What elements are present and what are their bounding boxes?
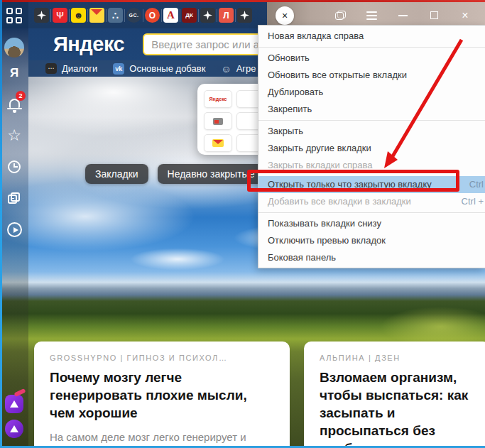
clock-icon bbox=[8, 160, 21, 173]
menu-separator bbox=[258, 212, 485, 213]
ring-tab-icon[interactable]: O bbox=[145, 8, 160, 23]
left-sidebar: Я 2 ☆ bbox=[0, 28, 28, 448]
hamburger-icon bbox=[366, 11, 377, 20]
card-source: АЛЬПИНА | ДЗЕН bbox=[320, 354, 474, 362]
bookmark-label: Диалоги bbox=[62, 63, 97, 74]
menu-separator bbox=[258, 120, 485, 121]
history-button[interactable] bbox=[0, 151, 28, 182]
sparkle-tab-icon[interactable] bbox=[34, 8, 49, 23]
menu-separator bbox=[258, 47, 485, 48]
pinned-tab-strip: Ψ ☻ ∴ GC. O A ДК Л bbox=[28, 2, 267, 28]
tab-overview-button[interactable] bbox=[325, 5, 356, 26]
menu-item-disable-previews[interactable]: Отключить превью вкладок bbox=[258, 232, 485, 249]
gc-tab-icon[interactable]: GC. bbox=[126, 8, 141, 23]
card-source: GROSSHYPNO | ГИПНОЗ И ПСИХОЛ… bbox=[50, 354, 274, 362]
alice-assistant-button[interactable] bbox=[5, 395, 23, 413]
monkey-tab-icon[interactable]: ☻ bbox=[71, 8, 86, 23]
letter-l-tab-icon[interactable]: Л bbox=[219, 8, 234, 23]
zen-card-1[interactable]: GROSSHYPNO | ГИПНОЗ И ПСИХОЛ… Почему моз… bbox=[34, 342, 290, 448]
menu-shortcut: Ctrl bbox=[469, 176, 485, 193]
dk-tab-icon[interactable]: ДК bbox=[182, 8, 197, 23]
browser-icon bbox=[213, 118, 223, 125]
sparkle-tab-icon-3[interactable] bbox=[237, 8, 252, 23]
mask-icon: ☺ bbox=[221, 64, 231, 74]
preview-tile-mail bbox=[204, 134, 232, 152]
menu-item-tabs-bottom[interactable]: Показывать вкладки снизу bbox=[258, 215, 485, 232]
play-icon bbox=[7, 222, 22, 237]
favorites-button[interactable]: ☆ bbox=[0, 120, 28, 151]
yandex-logo: Яндекс bbox=[53, 33, 124, 56]
vk-icon: vk bbox=[113, 63, 124, 75]
preview-tile-browser bbox=[204, 112, 232, 130]
tab-context-menu: Новая вкладка справа Обновить Обновить в… bbox=[258, 25, 485, 268]
video-button[interactable] bbox=[0, 214, 28, 245]
annotation-highlight-box bbox=[247, 170, 459, 192]
tab-groups-button[interactable] bbox=[0, 2, 28, 28]
menu-item-refresh[interactable]: Обновить bbox=[258, 50, 485, 67]
bookmark-label: Основные добавк bbox=[129, 63, 205, 74]
star-icon: ☆ bbox=[7, 128, 21, 143]
menu-shortcut: Ctrl + bbox=[462, 193, 485, 210]
menu-item-close-others[interactable]: Закрыть другие вкладки bbox=[258, 140, 485, 157]
browser-window: Ψ ☻ ∴ GC. O A ДК Л × × Яндекс bbox=[0, 0, 485, 448]
card-title: Взломаем организм, чтобы выспаться: как … bbox=[320, 368, 474, 448]
bookmark-dialogs[interactable]: ⋯ Диалоги bbox=[45, 63, 97, 74]
mail-tab-icon[interactable] bbox=[89, 8, 104, 23]
menu-item-bookmark-all-tabs: Добавить все вкладки в закладки Ctrl + bbox=[258, 193, 485, 210]
window-left-border bbox=[0, 0, 2, 448]
bookmarks-overlay-button[interactable]: Закладки bbox=[85, 164, 148, 184]
hand-tab-icon[interactable]: Ψ bbox=[53, 8, 67, 23]
menu-item-refresh-all[interactable]: Обновить все открытые вкладки bbox=[258, 67, 485, 84]
minimize-icon bbox=[398, 15, 408, 16]
menu-item-duplicate[interactable]: Дублировать bbox=[258, 84, 485, 101]
window-controls: × bbox=[325, 5, 485, 26]
alice-voice-button[interactable] bbox=[5, 420, 23, 438]
zen-card-2[interactable]: АЛЬПИНА | ДЗЕН Взломаем организм, чтобы … bbox=[304, 342, 485, 448]
menu-item-label: Добавить все вкладки в закладки bbox=[268, 193, 411, 210]
bookmark-vk[interactable]: vk Основные добавк bbox=[113, 63, 205, 75]
notes-button[interactable] bbox=[0, 182, 28, 214]
menu-item-pin[interactable]: Закрепить bbox=[258, 101, 485, 118]
close-tab-button[interactable]: × bbox=[276, 6, 294, 25]
pages-icon bbox=[335, 11, 346, 20]
chat-bubble-icon: ⋯ bbox=[45, 63, 57, 74]
alice-icon bbox=[10, 425, 18, 432]
minimize-button[interactable] bbox=[387, 5, 418, 26]
card-title: Почему мозгу легче генерировать плохие м… bbox=[50, 368, 274, 422]
grid-icon bbox=[6, 8, 22, 23]
menu-button[interactable] bbox=[356, 5, 387, 26]
window-top-border bbox=[0, 0, 485, 2]
notifications-button[interactable]: 2 bbox=[0, 89, 28, 120]
maximize-icon bbox=[430, 11, 438, 19]
menu-item-close[interactable]: Закрыть bbox=[258, 123, 485, 140]
preview-tile-yandex: Яндекс bbox=[204, 90, 232, 108]
menu-item-new-tab-right[interactable]: Новая вкладка справа bbox=[258, 28, 485, 45]
sparkle-tab-icon-2[interactable] bbox=[200, 8, 215, 23]
bookmark-label: Агре bbox=[236, 63, 256, 74]
tab-preview-popup: Яндекс bbox=[197, 84, 266, 155]
close-window-button[interactable]: × bbox=[449, 5, 481, 26]
bookmark-agre[interactable]: ☺ Агре bbox=[221, 63, 256, 74]
envelope-icon bbox=[212, 139, 224, 147]
documents-icon bbox=[8, 192, 21, 204]
user-avatar[interactable] bbox=[4, 38, 24, 58]
maximize-button[interactable] bbox=[418, 5, 449, 26]
menu-item-side-panel[interactable]: Боковая панель bbox=[258, 249, 485, 266]
notification-badge: 2 bbox=[16, 91, 26, 101]
alice-icon bbox=[10, 400, 18, 408]
yandex-services-button[interactable]: Я bbox=[0, 58, 28, 89]
molecule-tab-icon[interactable]: ∴ bbox=[108, 8, 123, 23]
letter-a-tab-icon[interactable]: A bbox=[163, 8, 178, 23]
